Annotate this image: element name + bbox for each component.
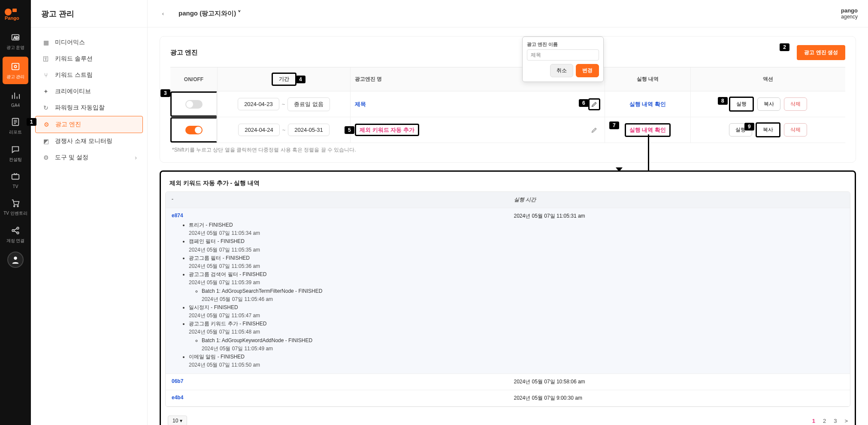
- page-size-picker[interactable]: 10 ▾: [168, 416, 187, 425]
- svg-point-9: [14, 206, 15, 207]
- col-history[interactable]: 실행 내역: [605, 67, 691, 91]
- popover-save-button[interactable]: 변경: [576, 64, 599, 77]
- sidebar-item-tools-settings[interactable]: ⚙도구 및 설정›: [35, 149, 143, 166]
- popover-cancel-button[interactable]: 취소: [550, 64, 573, 77]
- history-id: e874: [172, 212, 183, 219]
- callout-3: 3: [160, 89, 170, 97]
- svg-point-14: [14, 257, 17, 260]
- svg-rect-8: [12, 175, 19, 179]
- svg-text:AD: AD: [13, 36, 18, 40]
- table-row: 3 2024-04-23 ~ 종료일 없음 제목 6: [170, 91, 845, 117]
- engine-name-link[interactable]: 제목: [355, 100, 366, 108]
- history-step: 이메일 알림 - FINISHED2024년 05월 07일 11:05:50 …: [189, 353, 502, 369]
- rail-item-report[interactable]: 리포트: [0, 112, 31, 140]
- engine-toggle[interactable]: [185, 100, 203, 109]
- sidebar-item-keyword-solution[interactable]: ⚿키워드 솔루션: [35, 51, 143, 67]
- start-date[interactable]: 2024-04-23: [238, 98, 279, 110]
- chevron-right-icon: ›: [135, 154, 137, 161]
- engine-name-link[interactable]: 제외 키워드 자동 추가: [355, 124, 419, 136]
- rail-item-tv-inventory[interactable]: TV 인벤토리: [0, 193, 31, 221]
- callout-6: 6: [579, 99, 589, 107]
- create-engine-button[interactable]: 광고 엔진 생성: [797, 45, 845, 60]
- page-2[interactable]: 2: [823, 418, 826, 424]
- rail-item-ga4[interactable]: GA4: [0, 86, 31, 112]
- history-table: - 실행 시간 e874 트리거 - FINISHED2024년 05월 07일…: [165, 191, 850, 407]
- collapse-sidebar-button[interactable]: ‹: [158, 9, 168, 19]
- chevron-down-icon: ˅: [238, 9, 241, 17]
- sidebar-item-competitor-monitor[interactable]: ◩경쟁사 소재 모니터링: [35, 133, 143, 149]
- left-rail: Pango AD 광고 운영 광고 관리 GA4 리포트 컨설팅 TV TV 인…: [0, 0, 31, 425]
- rail-item-ad-mgmt[interactable]: 광고 관리: [3, 57, 28, 84]
- col-period[interactable]: 4 기간: [218, 67, 351, 91]
- rail-item-consult[interactable]: 컨설팅: [0, 140, 31, 167]
- edit-icon[interactable]: [588, 124, 600, 136]
- engine-table: ON/OFF 4 기간 광고엔진 명 광고 엔진 이름 취소: [170, 67, 845, 143]
- col-actions[interactable]: 액션: [691, 67, 845, 91]
- sidebar-item-creative[interactable]: ✦크리에이티브: [35, 83, 143, 100]
- delete-button[interactable]: 삭제: [784, 123, 807, 137]
- copy-button[interactable]: 복사: [756, 122, 780, 137]
- history-exec-time: 2024년 05월 07일 11:05:31 am: [508, 208, 850, 374]
- popover-input[interactable]: [527, 49, 599, 61]
- copy-button[interactable]: 복사: [757, 97, 780, 111]
- tv-icon: [10, 171, 21, 182]
- main-content: 광고 엔진 2 광고 엔진 생성 ON/OFF 4 기간 광고엔진 명: [148, 0, 868, 425]
- agency-badge: pango agency: [841, 7, 858, 20]
- start-date[interactable]: 2024-04-24: [238, 124, 280, 136]
- engine-toggle[interactable]: [185, 126, 203, 134]
- table-header: ON/OFF 4 기간 광고엔진 명 광고 엔진 이름 취소: [170, 67, 845, 91]
- history-step: 일시정지 - FINISHED2024년 05월 07일 11:05:47 am: [189, 304, 502, 320]
- callout-9: 9: [744, 123, 754, 131]
- svg-rect-5: [12, 64, 19, 70]
- sidebar-item-auto-bid[interactable]: ↻파워링크 자동입찰: [35, 100, 143, 116]
- svg-text:Pango: Pango: [5, 15, 19, 21]
- delete-button[interactable]: 삭제: [784, 97, 807, 111]
- svg-point-0: [5, 9, 12, 15]
- edit-icon[interactable]: [588, 98, 600, 110]
- rail-item-ad-ops[interactable]: AD 광고 운영: [0, 27, 31, 55]
- popover-label: 광고 엔진 이름: [527, 41, 599, 48]
- svg-point-10: [17, 206, 18, 207]
- page-1[interactable]: 1: [812, 418, 815, 424]
- history-substep: Batch 1: AdGroupKeywordAddNode - FINISHE…: [202, 337, 502, 353]
- key-icon: ⚿: [41, 55, 51, 62]
- history-row[interactable]: e4b4 2024년 05월 07일 9:00:30 am: [166, 390, 850, 407]
- monitor-icon: ◩: [41, 138, 51, 145]
- chat-icon: [10, 144, 21, 155]
- engine-panel: 광고 엔진 2 광고 엔진 생성 ON/OFF 4 기간 광고엔진 명: [160, 36, 856, 163]
- user-avatar[interactable]: [7, 252, 24, 268]
- share-icon: [10, 225, 21, 236]
- rail-item-account-link[interactable]: 계정 연결: [0, 221, 31, 248]
- gear-icon: ⚙: [42, 121, 51, 128]
- pagination: 10 ▾ 1 2 3 >: [161, 411, 855, 425]
- sparkle-icon: ✦: [41, 88, 51, 95]
- history-table-header: - 실행 시간: [166, 192, 850, 208]
- end-date[interactable]: 2024-05-31: [288, 124, 330, 136]
- history-row[interactable]: 06b7 2024년 05월 07일 10:58:06 am: [166, 374, 850, 390]
- end-date[interactable]: 종료일 없음: [287, 97, 330, 111]
- run-button[interactable]: 실행: [729, 97, 754, 112]
- loop-icon: ↻: [41, 104, 51, 111]
- sidebar-item-mediamix[interactable]: ▦미디어믹스: [35, 34, 143, 51]
- bar-chart-icon: [10, 90, 21, 101]
- sidebar-item-keyword-stream[interactable]: ⑂키워드 스트림: [35, 67, 143, 83]
- page-3[interactable]: 3: [834, 418, 837, 424]
- sidebar-item-ad-engine[interactable]: ⚙광고 엔진: [35, 116, 143, 133]
- sidebar-list: ▦미디어믹스 ⚿키워드 솔루션 ⑂키워드 스트림 ✦크리에이티브 ↻파워링크 자…: [31, 27, 147, 173]
- history-step: 광고그룹 키워드 추가 - FINISHED2024년 05월 07일 11:0…: [189, 320, 502, 353]
- table-row: 2024-04-24 ~ 2024-05-31 5 제외 키워드 자동 추가 7: [170, 117, 845, 143]
- col-name[interactable]: 광고엔진 명 광고 엔진 이름 취소 변경: [351, 67, 605, 91]
- history-step: 트리거 - FINISHED2024년 05월 07일 11:05:34 am: [189, 221, 502, 237]
- history-link[interactable]: 실행 내역 확인: [629, 100, 666, 108]
- callout-4: 4: [296, 76, 305, 83]
- history-substep: Batch 1: AdGroupSearchTermFilterNode - F…: [202, 287, 502, 304]
- col-onoff[interactable]: ON/OFF: [170, 67, 218, 91]
- account-picker[interactable]: pango (팡고지와이) ˅: [178, 9, 241, 18]
- history-step-tree: 트리거 - FINISHED2024년 05월 07일 11:05:34 am캠…: [172, 221, 502, 369]
- history-step: 광고그룹 필터 - FINISHED2024년 05월 07일 11:05:36…: [189, 254, 502, 270]
- connector-arrow-icon: [616, 167, 623, 172]
- rail-item-tv[interactable]: TV: [0, 167, 31, 193]
- page-next[interactable]: >: [844, 418, 848, 424]
- gear-box-icon: [10, 61, 21, 72]
- history-row-expanded[interactable]: e874 트리거 - FINISHED2024년 05월 07일 11:05:3…: [166, 208, 850, 374]
